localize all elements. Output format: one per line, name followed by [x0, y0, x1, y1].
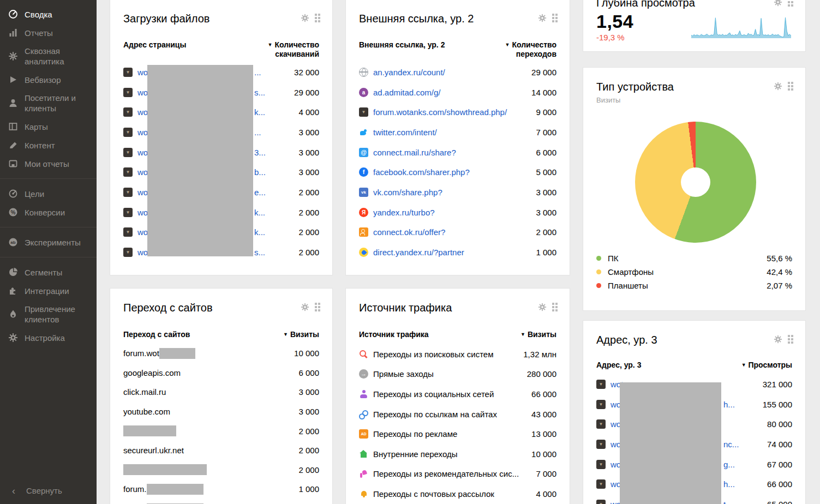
redacted-text	[147, 484, 203, 495]
referrer-site-label[interactable]: forum.wot	[123, 349, 159, 358]
external-url-link[interactable]: facebook.com/sharer.php?	[373, 167, 470, 177]
widget-settings-button[interactable]	[301, 303, 309, 311]
row-value: 29 000	[531, 68, 556, 77]
widget-addresses-level3: Адрес, ур. 3 Адрес, ур. 3 ▼ Просмотры wo…	[583, 320, 806, 504]
person-icon	[8, 98, 19, 108]
sidebar-item-webvisor[interactable]: Вебвизор	[0, 70, 97, 89]
sidebar-item-experiments[interactable]: ab Эксперименты	[0, 233, 97, 251]
traffic-source-label[interactable]: Прямые заходы	[373, 369, 434, 379]
external-url-link[interactable]: direct.yandex.ru/?partner	[373, 248, 464, 257]
traffic-source-label[interactable]: Переходы из рекомендательных сис...	[373, 469, 519, 478]
page-url-truncated-tail[interactable]: s...	[254, 88, 265, 97]
widget-settings-button[interactable]	[774, 82, 782, 91]
site-favicon	[359, 88, 368, 97]
page-url-truncated-tail[interactable]: g...	[723, 460, 735, 469]
metric-delta-negative: -19,3 %	[596, 33, 625, 42]
table-row: Переходы с почтовых рассылок 4 000	[359, 484, 556, 504]
traffic-source-icon	[359, 389, 368, 399]
page-url-truncated-tail[interactable]: h...	[723, 400, 735, 409]
table-row: yandex.ru/turbo? 3 000	[359, 202, 556, 223]
row-value: 155 000	[763, 400, 792, 409]
sidebar-item-reports[interactable]: Отчеты	[0, 23, 97, 42]
page-url-truncated-tail[interactable]: 3...	[254, 148, 266, 157]
referrer-site-label[interactable]: secureurl.ukr.net	[123, 446, 184, 455]
referrer-site-label[interactable]: click.mail.ru	[123, 387, 166, 397]
row-value: 2 000	[298, 446, 319, 455]
widget-drag-handle[interactable]	[788, 335, 793, 344]
row-value: 2 000	[298, 427, 319, 436]
widget-drag-handle[interactable]	[552, 303, 558, 311]
external-url-link[interactable]: ad.admitad.com/g/	[373, 88, 440, 97]
widget-drag-handle[interactable]	[788, 0, 793, 7]
traffic-source-label[interactable]: Переходы из социальных сетей	[373, 389, 494, 399]
page-url-truncated-tail[interactable]: k...	[254, 208, 265, 217]
widget-settings-button[interactable]	[538, 14, 547, 22]
svg-text:%: %	[11, 209, 16, 215]
sidebar-collapse-button[interactable]: ‹ Свернуть	[12, 486, 62, 495]
traffic-source-label[interactable]: Переходы по рекламе	[373, 429, 457, 439]
page-url-truncated-tail[interactable]: nc...	[723, 440, 739, 449]
page-url-truncated-tail[interactable]: e...	[254, 188, 266, 197]
page-url-truncated-tail[interactable]: t	[723, 500, 726, 504]
sidebar-item-summary[interactable]: Сводка	[0, 5, 97, 23]
sidebar-item-settings[interactable]: Настройка	[0, 328, 97, 347]
page-url-truncated-tail[interactable]: ...	[254, 128, 261, 137]
widget-drag-handle[interactable]	[788, 82, 793, 91]
page-url-truncated-tail[interactable]: k...	[254, 107, 265, 117]
page-url-truncated-tail[interactable]: h...	[723, 479, 735, 489]
row-value: 66 000	[531, 389, 556, 399]
table-row: secureurl.ukr.net 2 000	[123, 441, 319, 460]
column-header-metric-sort[interactable]: ▼ Визиты	[283, 330, 319, 339]
external-url-link[interactable]: yandex.ru/turbo?	[373, 208, 435, 217]
widget-drag-handle[interactable]	[315, 303, 320, 311]
sort-arrow-icon: ▼	[283, 332, 288, 337]
traffic-source-label[interactable]: Переходы с почтовых рассылок	[373, 489, 494, 499]
widget-title: Внешняя ссылка, ур. 2	[359, 11, 558, 26]
sidebar-item-conversions[interactable]: % Конверсии	[0, 203, 97, 221]
page-url-truncated-tail[interactable]: b...	[254, 167, 266, 177]
sidebar-item-visitors[interactable]: Посетители и клиенты	[0, 89, 97, 117]
page-url-truncated-tail[interactable]: k...	[254, 227, 265, 237]
sidebar-item-goals[interactable]: Цели	[0, 184, 97, 203]
row-value: 66 000	[767, 479, 792, 489]
sidebar-item-acquisition[interactable]: Привлечение клиентов	[0, 300, 97, 328]
column-header-metric-sort[interactable]: ▼ Просмотры	[741, 361, 792, 370]
site-favicon	[596, 500, 606, 504]
external-url-link[interactable]: connect.mail.ru/share?	[373, 148, 456, 157]
bar-chart-icon	[8, 28, 19, 38]
column-header-metric-sort[interactable]: ▼ Визиты	[520, 330, 556, 339]
sidebar-item-segments[interactable]: Сегменты	[0, 263, 97, 281]
widget-settings-button[interactable]	[774, 0, 782, 7]
svg-text:ab: ab	[10, 240, 15, 245]
external-url-link[interactable]: vk.com/share.php?	[373, 188, 442, 197]
sidebar-item-integrations[interactable]: Интеграции	[0, 281, 97, 300]
external-url-link[interactable]: an.yandex.ru/count/	[373, 68, 445, 77]
traffic-source-icon	[359, 429, 368, 439]
widget-settings-button[interactable]	[774, 335, 782, 344]
external-url-link[interactable]: connect.ok.ru/offer?	[373, 227, 445, 237]
page-url-truncated-tail[interactable]: ...	[254, 68, 261, 77]
site-favicon	[359, 227, 368, 237]
traffic-source-label[interactable]: Переходы по ссылкам на сайтах	[373, 410, 497, 419]
column-header-metric-sort[interactable]: ▼ Количество переходов	[486, 40, 556, 59]
external-url-link[interactable]: twitter.com/intent/	[373, 128, 437, 137]
widget-settings-button[interactable]	[538, 303, 547, 311]
traffic-source-label[interactable]: Переходы из поисковых систем	[373, 350, 494, 359]
table-row: vk.com/share.php? 3 000	[359, 182, 556, 202]
widget-settings-button[interactable]	[301, 14, 309, 22]
referrer-site-label[interactable]: youtube.com	[123, 407, 170, 416]
traffic-source-label[interactable]: Внутренние переходы	[373, 449, 458, 459]
column-header-metric-sort[interactable]: ▼ Количество скачиваний	[248, 40, 319, 59]
referrer-site-label[interactable]: googleapis.com	[123, 368, 181, 377]
referrer-site-label[interactable]: forum.	[123, 484, 147, 494]
external-url-link[interactable]: forum.wotanks.com/showthread.php/	[373, 107, 507, 117]
pencil-icon	[8, 140, 19, 150]
layout-icon	[8, 122, 19, 131]
sidebar-item-maps[interactable]: Карты	[0, 117, 97, 136]
widget-drag-handle[interactable]	[552, 14, 558, 22]
widget-drag-handle[interactable]	[315, 14, 320, 22]
sidebar-item-content[interactable]: Контент	[0, 136, 97, 154]
sidebar-item-cross-analytics[interactable]: Сквозная аналитика	[0, 42, 97, 70]
page-url-truncated-tail[interactable]: s...	[254, 248, 265, 257]
sidebar-item-my-reports[interactable]: Мои отчеты	[0, 154, 97, 173]
